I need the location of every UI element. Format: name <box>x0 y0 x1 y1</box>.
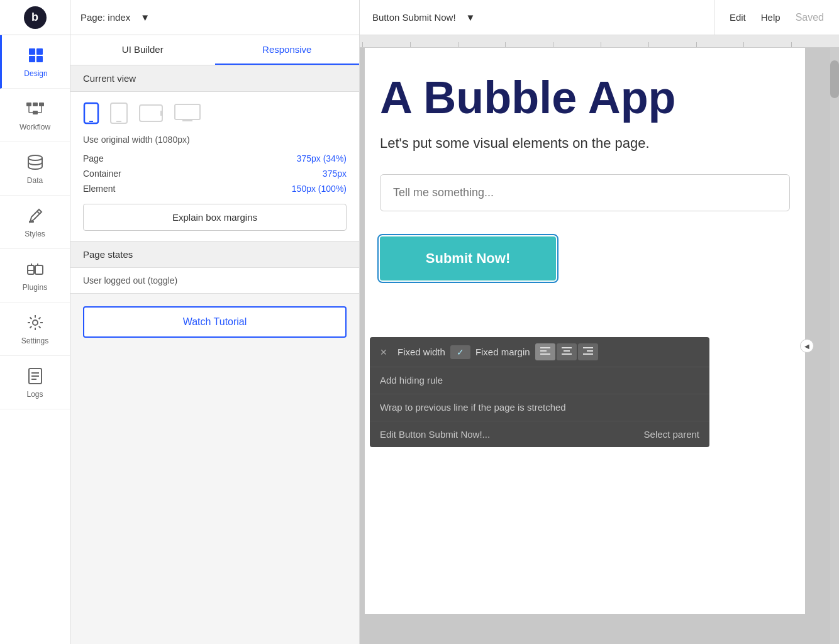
fixed-width-check[interactable]: ✓ <box>450 345 470 359</box>
explain-margins-button[interactable]: Explain box margins <box>83 204 347 231</box>
dim-container-value: 375px <box>323 169 347 179</box>
edit-link[interactable]: Edit <box>730 12 746 23</box>
watch-tutorial-section: Watch Tutorial <box>70 294 359 350</box>
tell-me-input[interactable] <box>380 174 790 211</box>
align-right-button[interactable] <box>578 343 598 360</box>
check-icon: ✓ <box>457 347 464 357</box>
element-selector[interactable]: Button Submit Now! ▼ <box>360 0 714 35</box>
context-menu-header: ✕ Fixed width ✓ Fixed margin <box>370 337 709 367</box>
icon-sidebar: Design Workflow Data <box>0 35 70 644</box>
saved-status: Saved <box>796 12 824 23</box>
scrollbar-thumb[interactable] <box>830 60 839 98</box>
tab-ui-builder[interactable]: UI Builder <box>70 35 215 65</box>
svg-rect-4 <box>26 103 31 106</box>
submit-btn-wrapper: Submit Now! <box>380 236 556 280</box>
chevron-down-icon: ▼ <box>466 12 475 23</box>
data-icon <box>25 152 45 172</box>
svg-point-18 <box>33 320 38 325</box>
scrollbar[interactable] <box>830 48 839 644</box>
user-state-label: User logged out (toggle) <box>83 275 347 286</box>
workflow-icon <box>25 99 45 119</box>
wrap-to-previous-row[interactable]: Wrap to previous line if the page is str… <box>370 394 709 421</box>
sidebar-label-styles: Styles <box>25 230 45 238</box>
align-group <box>535 343 598 360</box>
page-selector[interactable]: Page: index ▼ <box>70 0 360 35</box>
dim-container-label: Container <box>83 169 121 179</box>
sidebar-label-design: Design <box>24 69 47 78</box>
watch-tutorial-button[interactable]: Watch Tutorial <box>83 306 347 338</box>
page-states-body: User logged out (toggle) <box>70 268 359 294</box>
sidebar-item-workflow[interactable]: Workflow <box>0 89 70 142</box>
settings-icon <box>25 313 45 333</box>
svg-rect-14 <box>29 221 34 223</box>
canvas-area: ◀ A Bubble App Let's put some visual ele… <box>360 35 839 644</box>
sidebar-item-settings[interactable]: Settings <box>0 303 70 356</box>
page-states-title: Page states <box>70 242 359 267</box>
device-selector <box>83 102 347 125</box>
svg-rect-25 <box>111 103 127 123</box>
mobile-device-icon[interactable] <box>83 102 99 125</box>
page-canvas: A Bubble App Let's put some visual eleme… <box>365 48 805 614</box>
sidebar-item-styles[interactable]: Styles <box>0 196 70 249</box>
plugins-icon <box>25 259 45 279</box>
dim-page-label: Page <box>83 153 104 164</box>
fixed-width-label: Fixed width <box>397 347 445 357</box>
add-hiding-rule-label: Add hiding rule <box>380 375 443 386</box>
close-icon[interactable]: ✕ <box>380 347 387 357</box>
ruler-marks <box>362 35 839 47</box>
svg-rect-0 <box>29 48 35 55</box>
sidebar-item-plugins[interactable]: Plugins <box>0 249 70 303</box>
dim-page-value: 375px (34%) <box>297 153 347 164</box>
sidebar-label-plugins: Plugins <box>23 283 47 292</box>
sidebar-label-data: Data <box>27 176 43 185</box>
current-view-title: Current view <box>70 65 359 92</box>
select-parent-label[interactable]: Select parent <box>644 429 699 440</box>
page-title: A Bubble App <box>380 73 790 123</box>
svg-rect-5 <box>33 103 38 106</box>
wrap-label: Wrap to previous line if the page is str… <box>380 402 566 413</box>
responsive-body: Use original width (1080px) Page 375px (… <box>70 92 359 242</box>
dimension-container: Container 375px <box>83 169 347 179</box>
sidebar-item-logs[interactable]: Logs <box>0 356 70 409</box>
align-center-button[interactable] <box>557 343 577 360</box>
sidebar-item-design[interactable]: Design <box>0 35 70 89</box>
design-icon <box>26 45 46 65</box>
main-area: Design Workflow Data <box>0 35 839 644</box>
element-label: Button Submit Now! <box>372 12 456 23</box>
tab-responsive[interactable]: Responsive <box>215 35 360 65</box>
context-bottom-row: Edit Button Submit Now!... Select parent <box>370 421 709 447</box>
logo-icon: b <box>24 6 47 29</box>
sidebar-item-data[interactable]: Data <box>0 142 70 196</box>
logo[interactable]: b <box>0 0 70 35</box>
align-left-button[interactable] <box>535 343 555 360</box>
svg-rect-3 <box>36 56 43 62</box>
tablet-landscape-icon[interactable] <box>138 104 164 123</box>
top-bar: b Page: index ▼ Button Submit Now! ▼ Edi… <box>0 0 839 35</box>
add-hiding-rule-row[interactable]: Add hiding rule <box>370 367 709 394</box>
logs-icon <box>25 366 45 386</box>
top-bar-actions: Edit Help Saved <box>714 12 839 23</box>
svg-rect-1 <box>36 48 43 55</box>
dimension-element: Element 150px (100%) <box>83 184 347 194</box>
sidebar-label-settings: Settings <box>21 336 48 345</box>
desktop-icon[interactable] <box>174 103 201 123</box>
context-menu: ✕ Fixed width ✓ Fixed margin <box>370 337 709 447</box>
edit-button-label[interactable]: Edit Button Submit Now!... <box>380 429 490 440</box>
svg-rect-23 <box>84 103 98 123</box>
page-states-section: Page states <box>70 242 359 268</box>
dim-element-label: Element <box>83 184 115 194</box>
svg-rect-27 <box>140 105 162 121</box>
svg-rect-16 <box>35 265 43 274</box>
tablet-portrait-icon[interactable] <box>109 102 128 125</box>
page-subtitle: Let's put some visual elements on the pa… <box>380 135 790 152</box>
help-link[interactable]: Help <box>761 12 781 23</box>
svg-point-12 <box>28 155 42 160</box>
panel-tabs: UI Builder Responsive <box>70 35 359 65</box>
submit-button[interactable]: Submit Now! <box>380 236 556 280</box>
svg-rect-2 <box>29 56 35 62</box>
sidebar-label-logs: Logs <box>26 390 43 399</box>
collapse-panel-button[interactable]: ◀ <box>800 339 814 353</box>
dim-element-value: 150px (100%) <box>292 184 347 194</box>
canvas-ruler <box>360 35 839 48</box>
svg-line-13 <box>37 211 40 214</box>
